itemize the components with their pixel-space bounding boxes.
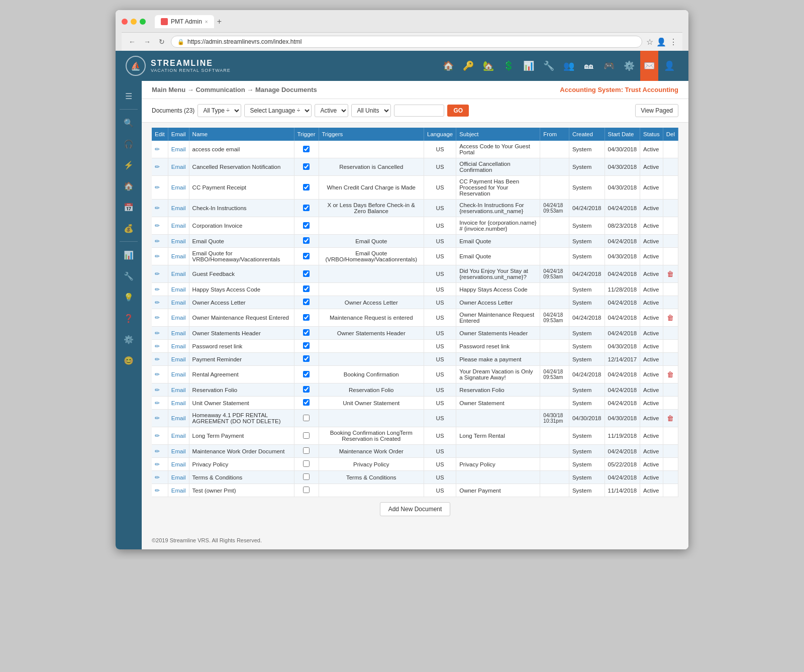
sidebar-item-home[interactable]: 🏠 <box>117 176 140 196</box>
trigger-checkbox[interactable] <box>303 270 310 277</box>
edit-icon[interactable]: ✏ <box>155 299 160 306</box>
active-tab[interactable]: PMT Admin × <box>155 15 214 28</box>
nav-dollar-icon[interactable]: 💲 <box>499 51 518 81</box>
edit-icon[interactable]: ✏ <box>155 286 160 293</box>
email-link[interactable]: Email <box>171 184 186 190</box>
reload-button[interactable]: ↻ <box>157 37 167 47</box>
nav-user-icon[interactable]: 👤 <box>660 51 678 81</box>
sidebar-item-maintenance[interactable]: 🔧 <box>117 266 140 286</box>
email-link[interactable]: Email <box>171 343 186 349</box>
nav-key-icon[interactable]: 🔑 <box>459 51 477 81</box>
trigger-checkbox[interactable] <box>303 253 310 259</box>
sidebar-item-alerts[interactable]: ⚡ <box>117 155 140 175</box>
trigger-checkbox[interactable] <box>303 447 310 454</box>
add-new-document-button[interactable]: Add New Document <box>380 502 451 516</box>
email-link[interactable]: Email <box>171 286 186 293</box>
edit-icon[interactable]: ✏ <box>155 461 160 468</box>
trigger-checkbox[interactable] <box>303 205 310 211</box>
menu-icon[interactable]: ⋮ <box>669 37 677 47</box>
trigger-checkbox[interactable] <box>303 314 310 321</box>
edit-icon[interactable]: ✏ <box>155 163 160 170</box>
email-link[interactable]: Email <box>171 205 186 211</box>
sidebar-item-profile[interactable]: 😊 <box>117 350 140 370</box>
email-link[interactable]: Email <box>171 315 186 321</box>
nav-house-icon[interactable]: 🏘 <box>580 51 598 81</box>
sidebar-item-search[interactable]: 🔍 <box>117 113 140 133</box>
edit-icon[interactable]: ✏ <box>155 448 160 455</box>
trigger-checkbox[interactable] <box>303 432 310 439</box>
email-link[interactable]: Email <box>171 433 186 439</box>
delete-icon[interactable]: 🗑 <box>667 314 674 322</box>
email-link[interactable]: Email <box>171 415 186 421</box>
email-link[interactable]: Email <box>171 330 186 336</box>
edit-icon[interactable]: ✏ <box>155 146 160 153</box>
email-link[interactable]: Email <box>171 146 186 152</box>
email-link[interactable]: Email <box>171 253 186 259</box>
email-link[interactable]: Email <box>171 300 186 306</box>
delete-icon[interactable]: 🗑 <box>667 270 674 278</box>
sidebar-item-calendar[interactable]: 📅 <box>117 197 140 217</box>
email-link[interactable]: Email <box>171 448 186 454</box>
edit-icon[interactable]: ✏ <box>155 222 160 229</box>
nav-game-icon[interactable]: 🎮 <box>600 51 618 81</box>
email-link[interactable]: Email <box>171 461 186 467</box>
trigger-checkbox[interactable] <box>303 184 310 190</box>
trigger-checkbox[interactable] <box>303 285 310 292</box>
forward-button[interactable]: → <box>142 37 153 47</box>
trigger-checkbox[interactable] <box>303 386 310 393</box>
language-filter[interactable]: Select Language ÷ <box>244 104 312 117</box>
email-link[interactable]: Email <box>171 488 186 494</box>
edit-icon[interactable]: ✏ <box>155 474 160 481</box>
trigger-checkbox[interactable] <box>303 460 310 467</box>
email-link[interactable]: Email <box>171 387 186 393</box>
back-button[interactable]: ← <box>127 37 138 47</box>
trigger-checkbox[interactable] <box>303 329 310 336</box>
minimize-button[interactable] <box>131 19 137 25</box>
email-link[interactable]: Email <box>171 223 186 229</box>
nav-mail-icon[interactable]: ✉️ <box>640 51 658 81</box>
email-link[interactable]: Email <box>171 474 186 481</box>
sidebar-item-support[interactable]: 🎧 <box>117 134 140 154</box>
nav-home-icon[interactable]: 🏠 <box>439 51 457 81</box>
email-link[interactable]: Email <box>171 238 186 244</box>
new-tab-button[interactable]: + <box>215 15 224 28</box>
trigger-checkbox[interactable] <box>303 237 310 244</box>
sidebar-item-menu[interactable]: ☰ <box>117 86 140 106</box>
maximize-button[interactable] <box>140 19 146 25</box>
trigger-checkbox[interactable] <box>303 222 310 229</box>
delete-icon[interactable]: 🗑 <box>667 414 674 422</box>
trigger-checkbox[interactable] <box>303 163 310 170</box>
email-link[interactable]: Email <box>171 400 186 406</box>
sidebar-item-ideas[interactable]: 💡 <box>117 287 140 307</box>
nav-users-icon[interactable]: 👥 <box>560 51 578 81</box>
trigger-checkbox[interactable] <box>303 473 310 480</box>
status-filter[interactable]: Active <box>315 104 348 117</box>
search-input[interactable] <box>394 105 444 117</box>
units-filter[interactable]: All Units <box>351 104 391 117</box>
edit-icon[interactable]: ✏ <box>155 356 160 363</box>
edit-icon[interactable]: ✏ <box>155 371 160 378</box>
trigger-checkbox[interactable] <box>303 146 310 152</box>
email-link[interactable]: Email <box>171 371 186 377</box>
user-icon[interactable]: 👤 <box>656 37 666 47</box>
email-link[interactable]: Email <box>171 164 186 170</box>
delete-icon[interactable]: 🗑 <box>667 370 674 378</box>
email-link[interactable]: Email <box>171 271 186 277</box>
edit-icon[interactable]: ✏ <box>155 400 160 407</box>
trigger-checkbox[interactable] <box>303 487 310 493</box>
address-bar[interactable]: 🔒 https://admin.streamlinevrs.com/index.… <box>171 36 642 48</box>
nav-rental-icon[interactable]: 🏡 <box>479 51 497 81</box>
trigger-checkbox[interactable] <box>303 399 310 406</box>
sidebar-item-settings[interactable]: ⚙️ <box>117 329 140 349</box>
trigger-checkbox[interactable] <box>303 299 310 305</box>
go-button[interactable]: GO <box>447 105 469 117</box>
sidebar-item-help[interactable]: ❓ <box>117 308 140 328</box>
type-filter[interactable]: All Type ÷ <box>197 104 241 117</box>
edit-icon[interactable]: ✏ <box>155 205 160 212</box>
email-link[interactable]: Email <box>171 356 186 362</box>
edit-icon[interactable]: ✏ <box>155 343 160 350</box>
bookmark-icon[interactable]: ☆ <box>646 37 653 47</box>
sidebar-item-reports[interactable]: 📊 <box>117 245 140 265</box>
trigger-checkbox[interactable] <box>303 371 310 377</box>
trigger-checkbox[interactable] <box>303 342 310 349</box>
